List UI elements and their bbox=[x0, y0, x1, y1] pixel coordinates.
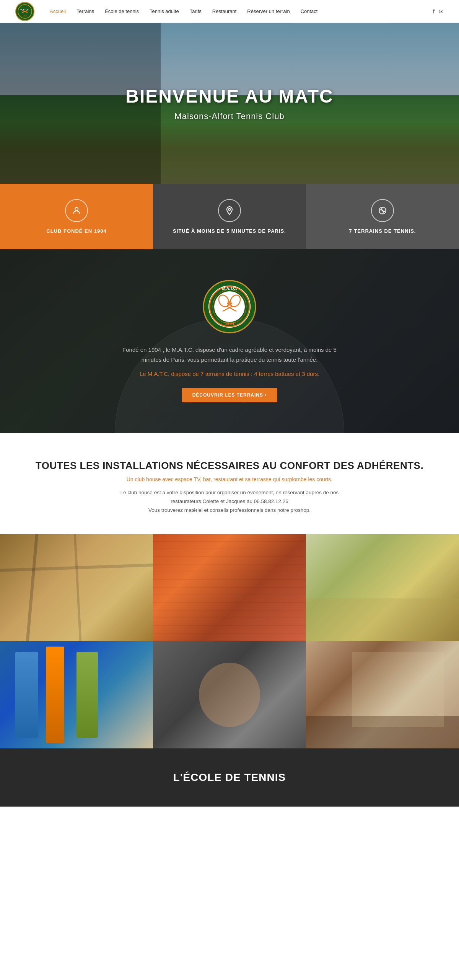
footer-teaser-title: L'ÉCOLE DE TENNIS bbox=[15, 771, 444, 784]
photo-bar bbox=[306, 641, 459, 748]
feature-strip: CLUB FONDÉ EN 1904 SITUÉ À MOINS DE 5 MI… bbox=[0, 184, 459, 249]
installations-desc1: Le club house est à votre disposition po… bbox=[105, 488, 354, 506]
location-icon bbox=[218, 199, 241, 222]
matc-logo: M.A.T.C. 1904 bbox=[203, 280, 256, 333]
nav-tarifs[interactable]: Tarifs bbox=[190, 8, 202, 14]
about-text: Fondé en 1904 , le M.A.T.C. dispose d'un… bbox=[122, 345, 337, 364]
installations-desc2: Vous trouverez matériel et conseils prof… bbox=[105, 506, 354, 515]
photo-terrace-img bbox=[306, 534, 459, 641]
about-content: M.A.T.C. 1904 Fondé en 1904 , le M.A.T.C… bbox=[15, 280, 444, 402]
photo-interior bbox=[0, 534, 153, 641]
installations-subtitle: Un club house avec espace TV, bar, resta… bbox=[15, 476, 444, 482]
nav-contact[interactable]: Contact bbox=[301, 8, 318, 14]
svg-text:M.A.T.C.: M.A.T.C. bbox=[20, 8, 29, 11]
hero-content: BIENVENUE AU MATC Maisons-Alfort Tennis … bbox=[0, 86, 459, 121]
navbar-links: Accueil Terrains École de tennis Tennis … bbox=[50, 8, 433, 14]
photo-event-img bbox=[153, 534, 306, 641]
photo-stringer-img bbox=[153, 641, 306, 748]
founded-icon bbox=[65, 199, 88, 222]
svg-point-7 bbox=[229, 209, 231, 211]
nav-accueil[interactable]: Accueil bbox=[50, 8, 66, 14]
footer-teaser: L'ÉCOLE DE TENNIS bbox=[0, 748, 459, 807]
photo-interior-img bbox=[0, 534, 153, 641]
photo-stringer bbox=[153, 641, 306, 748]
navbar: M.A.T.C. 1904 Accueil Terrains École de … bbox=[0, 0, 459, 23]
feature-founded: CLUB FONDÉ EN 1904 bbox=[0, 184, 153, 249]
hero-title: BIENVENUE AU MATC bbox=[0, 86, 459, 107]
svg-text:1904: 1904 bbox=[23, 15, 27, 17]
installations-title: TOUTES LES INSTALLATIONS NÉCESSAIRES AU … bbox=[15, 460, 444, 472]
hero-subtitle: Maisons-Alfort Tennis Club bbox=[0, 111, 459, 121]
svg-point-6 bbox=[75, 207, 78, 211]
feature-founded-label: CLUB FONDÉ EN 1904 bbox=[46, 228, 106, 234]
svg-text:1904: 1904 bbox=[225, 321, 234, 326]
feature-courts: 7 TERRAINS DE TENNIS. bbox=[306, 184, 459, 249]
photo-event bbox=[153, 534, 306, 641]
discover-button[interactable]: DÉCOUVRIR LES TERRAINS › bbox=[182, 388, 278, 402]
feature-location: SITUÉ À MOINS DE 5 MINUTES DE PARIS. bbox=[153, 184, 306, 249]
photo-grid bbox=[0, 534, 459, 748]
nav-adulte[interactable]: Tennis adulte bbox=[150, 8, 179, 14]
navbar-logo[interactable]: M.A.T.C. 1904 bbox=[15, 2, 34, 21]
facebook-icon[interactable]: f bbox=[433, 8, 435, 15]
email-icon[interactable]: ✉ bbox=[439, 8, 444, 15]
photo-proshop bbox=[0, 641, 153, 748]
photo-terrace bbox=[306, 534, 459, 641]
photo-proshop-img bbox=[0, 641, 153, 748]
svg-point-14 bbox=[214, 291, 245, 322]
feature-courts-label: 7 TERRAINS DE TENNIS. bbox=[349, 228, 416, 234]
nav-terrains[interactable]: Terrains bbox=[76, 8, 94, 14]
photo-bar-img bbox=[306, 641, 459, 748]
navbar-social: f ✉ bbox=[433, 8, 444, 15]
nav-restaurant[interactable]: Restaurant bbox=[212, 8, 237, 14]
about-section: M.A.T.C. 1904 Fondé en 1904 , le M.A.T.C… bbox=[0, 249, 459, 433]
hero-section: BIENVENUE AU MATC Maisons-Alfort Tennis … bbox=[0, 23, 459, 184]
installations-section: TOUTES LES INSTALLATIONS NÉCESSAIRES AU … bbox=[0, 433, 459, 534]
about-highlight: Le M.A.T.C. dispose de 7 terrains de ten… bbox=[15, 371, 444, 377]
svg-text:M.A.T.C.: M.A.T.C. bbox=[222, 286, 237, 291]
nav-reserver[interactable]: Réserver un terrain bbox=[247, 8, 290, 14]
feature-location-label: SITUÉ À MOINS DE 5 MINUTES DE PARIS. bbox=[173, 228, 286, 234]
courts-icon bbox=[371, 199, 394, 222]
nav-ecole[interactable]: École de tennis bbox=[105, 8, 139, 14]
